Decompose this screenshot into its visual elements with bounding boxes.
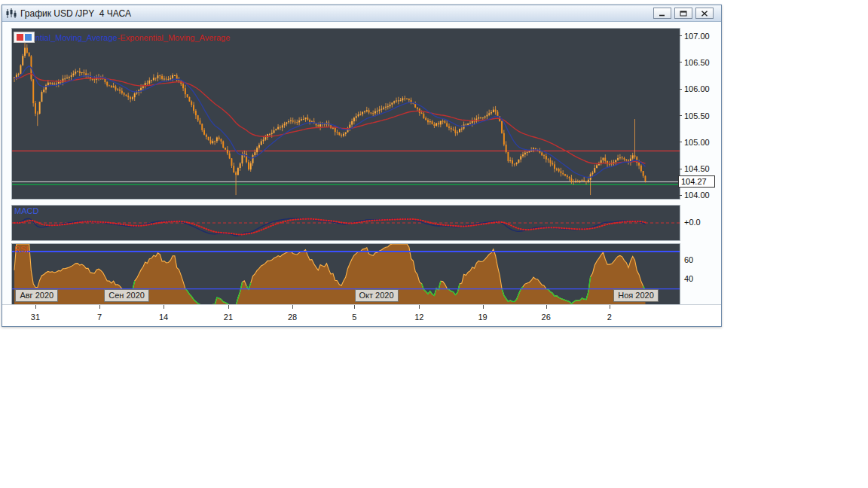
time-axis-label: 12 <box>408 313 429 322</box>
window-controls <box>653 8 714 19</box>
month-label-box: Ноя 2020 <box>613 289 659 302</box>
macd-label: MACD <box>14 206 38 216</box>
time-axis-tick <box>483 305 484 309</box>
month-label-box: Авг 2020 <box>15 289 58 302</box>
time-axis-label: 28 <box>282 313 303 322</box>
minimize-button[interactable] <box>653 8 671 19</box>
price-axis-tick <box>679 142 682 142</box>
month-label-box: Сен 2020 <box>104 289 149 302</box>
price-axis-tick <box>679 89 682 90</box>
chart-app-icon <box>5 8 17 19</box>
time-axis-tick <box>99 305 100 309</box>
price-axis-label: 104.50 <box>684 163 710 174</box>
chart-window: График USD /JPY 4 ЧАСА <box>2 5 722 327</box>
price-axis-tick <box>679 35 682 36</box>
close-icon <box>701 11 708 17</box>
close-button[interactable] <box>695 8 714 19</box>
candles <box>14 43 646 195</box>
time-axis-label: 21 <box>218 313 239 322</box>
legend-swatches <box>14 32 35 43</box>
price-axis-label: 105.50 <box>684 111 710 121</box>
rsi-axis-label: 60 <box>684 255 693 265</box>
price-axis-label: 107.00 <box>684 31 710 41</box>
minimize-icon <box>659 11 666 17</box>
price-axis-label: 104.00 <box>684 190 710 200</box>
time-axis-tick <box>292 305 293 309</box>
time-axis-label: 14 <box>153 313 174 322</box>
price-panel[interactable]: ntial_Moving_Average -Exponential_Moving… <box>11 28 680 200</box>
price-axis-tick <box>679 115 682 116</box>
price-axis-label: 106.50 <box>684 57 710 68</box>
time-axis-tick <box>546 305 547 309</box>
time-axis-tick <box>164 305 164 309</box>
window-titlebar[interactable]: График USD /JPY 4 ЧАСА <box>2 5 721 22</box>
time-axis-tick <box>354 305 355 309</box>
indicator-legend: ntial_Moving_Average -Exponential_Moving… <box>14 32 230 43</box>
time-axis-label: 7 <box>89 313 110 322</box>
maximize-icon <box>680 11 687 17</box>
rsi-axis-label: 40 <box>684 273 693 284</box>
macd-panel[interactable]: MACD <box>11 205 680 241</box>
macd-axis-label: +0.0 <box>684 217 701 227</box>
ma-fast-label: ntial_Moving_Average <box>35 32 118 43</box>
time-axis-label: 5 <box>344 313 365 322</box>
desktop-background: График USD /JPY 4 ЧАСА <box>0 0 868 488</box>
price-axis-tick <box>679 62 682 63</box>
current-price-tag: 104.27 <box>678 175 715 188</box>
price-axis-tick <box>679 169 682 169</box>
chart-client-area: ntial_Moving_Average -Exponential_Moving… <box>2 22 721 326</box>
price-axis: 107.00106.50106.00105.50105.00104.50104.… <box>679 22 723 307</box>
time-axis-label: 26 <box>536 313 557 322</box>
month-label-box: Окт 2020 <box>355 289 399 302</box>
price-axis-tick <box>679 195 682 196</box>
window-title: График USD /JPY 4 ЧАСА <box>20 8 131 19</box>
ma-red-swatch <box>17 34 23 41</box>
ma-slow-label-text: Exponential_Moving_Average <box>120 33 230 42</box>
time-axis-label: 2 <box>599 313 620 322</box>
time-axis-label: 19 <box>472 313 494 322</box>
rsi-label: RSI <box>14 245 28 255</box>
ema-slow-line <box>14 74 646 164</box>
price-axis-label: 105.00 <box>684 137 710 148</box>
ma-blue-swatch <box>25 34 32 41</box>
time-axis-tick <box>419 305 420 309</box>
time-axis-label: 31 <box>25 313 46 322</box>
ma-slow-label: -Exponential_Moving_Average <box>118 32 231 43</box>
rsi-panel[interactable]: RSI Авг 2020Сен 2020Окт 2020Ноя 2020 <box>11 243 680 307</box>
time-axis: 31714212851219262 <box>2 304 721 326</box>
time-axis-tick <box>228 305 229 309</box>
maximize-button[interactable] <box>674 8 692 19</box>
price-axis-label: 106.00 <box>684 84 710 94</box>
time-axis-tick <box>610 305 610 309</box>
time-axis-tick <box>35 305 36 309</box>
